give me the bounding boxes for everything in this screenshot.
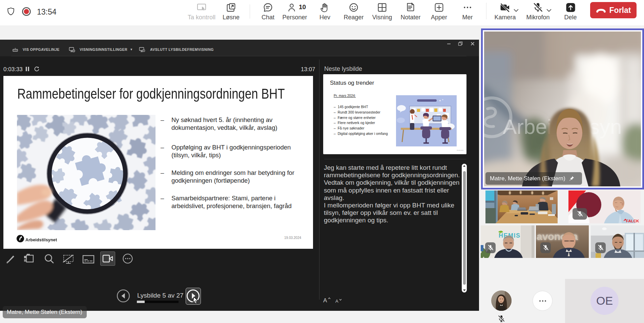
svg-text:FALCK: FALCK — [626, 219, 639, 223]
